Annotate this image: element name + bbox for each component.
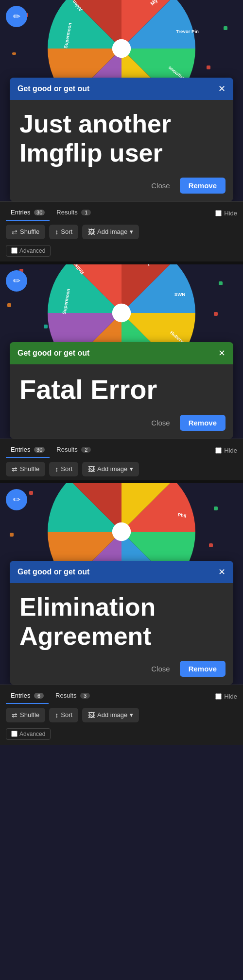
close-button-1[interactable]: Close	[146, 179, 174, 193]
tab-results-3[interactable]: Results 3	[51, 689, 95, 704]
modal-body-2: Fatal Error	[10, 364, 233, 410]
close-button-2[interactable]: Close	[146, 416, 174, 430]
svg-text:SWN: SWN	[174, 291, 185, 296]
hide-checkbox-2[interactable]: Hide	[215, 447, 237, 454]
modal-header-text-2: Get good or get out	[17, 349, 89, 358]
shuffle-icon-3: ⇄	[12, 711, 17, 719]
wheel-svg-3: Voting Phil	[44, 483, 199, 561]
modal-footer-2: Close Remove	[10, 410, 233, 439]
modal-body-1: Just another Imgflip user	[10, 100, 233, 173]
results-badge-1: 1	[81, 210, 91, 215]
svg-point-0	[112, 39, 131, 58]
advanced-check-1[interactable]	[11, 247, 17, 254]
tabs-row-1: Entries 30 Results 1 Hide	[0, 202, 243, 221]
hide-check-3[interactable]	[215, 693, 222, 700]
modal-close-x-3[interactable]: ✕	[218, 568, 226, 576]
tab-results-1[interactable]: Results 1	[52, 206, 96, 221]
modal-footer-1: Close Remove	[10, 173, 233, 201]
modal-close-x-1[interactable]: ✕	[218, 84, 226, 93]
modal-header-2: Get good or get out ✕	[10, 342, 233, 364]
sort-icon-2: ↕	[55, 465, 58, 473]
toolbar-3: Entries 6 Results 3 Hide ⇄ Shuffle ↕ Sor…	[0, 685, 243, 745]
svg-point-9	[112, 303, 131, 322]
modal-header-3: Get good or get out ✕	[10, 561, 233, 583]
sort-btn-3[interactable]: ↕ Sort	[49, 708, 78, 722]
remove-button-2[interactable]: Remove	[180, 415, 226, 431]
entries-badge-2: 30	[34, 447, 45, 453]
tab-entries-3[interactable]: Entries 6	[6, 689, 49, 704]
advanced-row-1: Advanced	[0, 243, 243, 261]
modal-3: Get good or get out ✕ Elimination Agreem…	[10, 561, 233, 685]
shuffle-icon-2: ⇄	[12, 465, 17, 473]
sort-icon-3: ↕	[55, 711, 58, 719]
wheel-container-1: Mystery Trevor Pin snowflake SWN Rolisse…	[0, 0, 243, 78]
svg-point-18	[112, 523, 131, 541]
shuffle-btn-1[interactable]: ⇄ Shuffle	[6, 225, 45, 239]
advanced-check-3[interactable]	[11, 731, 17, 737]
dropdown-arrow-3: ▾	[130, 711, 133, 719]
wheel-container-2: Aiden SWN Hubery Pi Professor Pin Snepsn…	[0, 264, 243, 342]
entries-badge-1: 30	[34, 210, 45, 215]
modal-result-2: Fatal Error	[19, 374, 224, 405]
section-1: ✏ Mystery Trevor Pin snowflake SWN Rolis…	[0, 0, 243, 261]
wheel-container-3: Voting Phil	[0, 483, 243, 561]
sort-icon-1: ↕	[55, 228, 58, 236]
image-icon-3: 🖼	[88, 711, 95, 719]
wheel-svg-1: Mystery Trevor Pin snowflake SWN Rolisse…	[44, 0, 199, 78]
modal-result-3: Elimination Agreement	[19, 593, 224, 651]
advanced-btn-1[interactable]: Advanced	[6, 245, 51, 257]
entries-badge-3: 6	[34, 693, 44, 699]
modal-result-1: Just another Imgflip user	[19, 110, 224, 168]
hide-checkbox-1[interactable]: Hide	[215, 210, 237, 217]
modal-close-x-2[interactable]: ✕	[218, 349, 226, 358]
modal-footer-3: Close Remove	[10, 656, 233, 685]
advanced-btn-3[interactable]: Advanced	[6, 728, 51, 740]
results-badge-3: 3	[80, 693, 90, 699]
svg-text:Trevor Pin: Trevor Pin	[176, 29, 199, 34]
shuffle-btn-3[interactable]: ⇄ Shuffle	[6, 708, 45, 722]
remove-button-1[interactable]: Remove	[180, 178, 226, 194]
tab-results-2[interactable]: Results 2	[52, 443, 96, 458]
tab-entries-2[interactable]: Entries 30	[6, 443, 50, 458]
buttons-row-3: ⇄ Shuffle ↕ Sort 🖼 Add image ▾	[0, 704, 243, 726]
tabs-row-2: Entries 30 Results 2 Hide	[0, 439, 243, 458]
sort-btn-2[interactable]: ↕ Sort	[49, 462, 78, 476]
toolbar-2: Entries 30 Results 2 Hide ⇄ Shuffle ↕ So…	[0, 439, 243, 480]
modal-header-text-3: Get good or get out	[17, 568, 89, 576]
section-3: ✏ Voting Phil Get good or get out ✕	[0, 483, 243, 745]
advanced-row-3: Advanced	[0, 726, 243, 745]
add-image-btn-2[interactable]: 🖼 Add image ▾	[82, 462, 139, 476]
modal-2: Get good or get out ✕ Fatal Error Close …	[10, 342, 233, 439]
edit-button-2[interactable]: ✏	[6, 270, 27, 292]
toolbar-1: Entries 30 Results 1 Hide ⇄ Shuffle ↕ So…	[0, 201, 243, 261]
hide-check-2[interactable]	[215, 447, 222, 454]
results-badge-2: 2	[81, 447, 91, 453]
remove-button-3[interactable]: Remove	[180, 661, 226, 677]
modal-body-3: Elimination Agreement	[10, 583, 233, 656]
sort-btn-1[interactable]: ↕ Sort	[49, 225, 78, 239]
shuffle-btn-2[interactable]: ⇄ Shuffle	[6, 462, 45, 476]
shuffle-icon-1: ⇄	[12, 228, 17, 236]
modal-header-text-1: Get good or get out	[17, 84, 89, 93]
dropdown-arrow-2: ▾	[130, 465, 133, 473]
wheel-svg-2: Aiden SWN Hubery Pi Professor Pin Snepsn…	[44, 264, 199, 342]
add-image-btn-1[interactable]: 🖼 Add image ▾	[82, 225, 139, 239]
buttons-row-1: ⇄ Shuffle ↕ Sort 🖼 Add image ▾	[0, 221, 243, 243]
tabs-row-3: Entries 6 Results 3 Hide	[0, 685, 243, 704]
edit-button-1[interactable]: ✏	[6, 6, 27, 27]
edit-button-3[interactable]: ✏	[6, 489, 27, 510]
tab-entries-1[interactable]: Entries 30	[6, 206, 50, 221]
modal-header-1: Get good or get out ✕	[10, 78, 233, 100]
buttons-row-2: ⇄ Shuffle ↕ Sort 🖼 Add image ▾	[0, 458, 243, 480]
dropdown-arrow-1: ▾	[130, 228, 133, 235]
hide-checkbox-3[interactable]: Hide	[215, 693, 237, 700]
modal-1: Get good or get out ✕ Just another Imgfl…	[10, 78, 233, 201]
add-image-btn-3[interactable]: 🖼 Add image ▾	[82, 708, 139, 722]
hide-check-1[interactable]	[215, 210, 222, 216]
close-button-3[interactable]: Close	[146, 662, 174, 676]
image-icon-1: 🖼	[88, 228, 95, 236]
image-icon-2: 🖼	[88, 465, 95, 473]
section-2: ✏ Aiden SWN Hubery Pi Professor Pin Snep…	[0, 264, 243, 480]
